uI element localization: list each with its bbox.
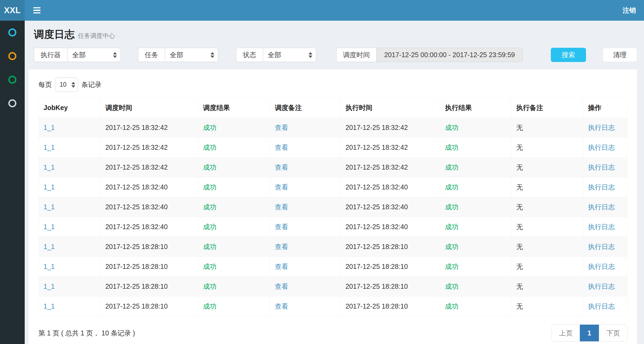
table-row: 1_1 2017-12-25 18:28:10 成功 查看 2017-12-25… bbox=[39, 257, 627, 277]
trigger-result-cell: 成功 bbox=[203, 203, 216, 211]
handle-result-cell: 成功 bbox=[445, 183, 458, 191]
execute-log-link[interactable]: 执行日志 bbox=[588, 124, 615, 131]
jobkey-link[interactable]: 1_1 bbox=[44, 144, 55, 151]
sidebar-item-2[interactable] bbox=[0, 44, 25, 68]
handle-msg-cell: 无 bbox=[516, 263, 523, 270]
handle-time-cell: 2017-12-25 18:28:10 bbox=[345, 302, 408, 310]
handle-result-cell: 成功 bbox=[445, 144, 458, 151]
page-size-control: 每页 10 条记录 bbox=[38, 78, 627, 92]
jobkey-link[interactable]: 1_1 bbox=[44, 223, 55, 230]
log-table: JobKey 调度时间 调度结果 调度备注 执行时间 执行结果 执行备注 操作 … bbox=[38, 98, 627, 316]
sidebar-item-3[interactable] bbox=[0, 68, 25, 92]
pagination-bar: 第 1 页 ( 总共 1 页， 10 条记录 ) 上页 1 下页 bbox=[38, 324, 627, 342]
circle-icon bbox=[8, 52, 16, 60]
status-select-value: 全部 bbox=[268, 50, 281, 59]
trigger-msg-link[interactable]: 查看 bbox=[275, 144, 288, 151]
trigger-time-range-input[interactable]: 2017-12-25 00:00:00 - 2017-12-25 23:59:5… bbox=[376, 48, 523, 62]
trigger-msg-link[interactable]: 查看 bbox=[275, 163, 288, 171]
trigger-msg-link[interactable]: 查看 bbox=[275, 283, 288, 290]
app-logo: XXL bbox=[0, 0, 25, 21]
job-select[interactable]: 全部 bbox=[165, 48, 218, 62]
trigger-msg-link[interactable]: 查看 bbox=[275, 203, 288, 211]
handle-result-cell: 成功 bbox=[445, 203, 458, 211]
next-page-button[interactable]: 下页 bbox=[599, 325, 627, 341]
jobkey-link[interactable]: 1_1 bbox=[44, 183, 55, 191]
table-row: 1_1 2017-12-25 18:28:10 成功 查看 2017-12-25… bbox=[39, 297, 627, 316]
trigger-time-cell: 2017-12-25 18:32:40 bbox=[105, 203, 168, 211]
handle-result-cell: 成功 bbox=[445, 302, 458, 310]
executor-filter-group: 执行器 全部 bbox=[34, 48, 121, 62]
handle-msg-cell: 无 bbox=[516, 203, 523, 211]
trigger-msg-link[interactable]: 查看 bbox=[275, 243, 288, 250]
handle-result-cell: 成功 bbox=[445, 163, 458, 171]
header-handle-time: 执行时间 bbox=[341, 98, 440, 118]
jobkey-link[interactable]: 1_1 bbox=[44, 124, 55, 131]
status-filter-group: 状态 全部 bbox=[236, 48, 316, 62]
select-spinner-icon bbox=[109, 52, 117, 58]
execute-log-link[interactable]: 执行日志 bbox=[588, 263, 615, 270]
select-spinner-icon bbox=[305, 52, 312, 58]
trigger-msg-link[interactable]: 查看 bbox=[275, 183, 288, 191]
trigger-time-filter-group: 调度时间 2017-12-25 00:00:00 - 2017-12-25 23… bbox=[336, 48, 523, 62]
trigger-msg-link[interactable]: 查看 bbox=[275, 263, 288, 270]
handle-result-cell: 成功 bbox=[445, 124, 458, 131]
execute-log-link[interactable]: 执行日志 bbox=[588, 302, 615, 310]
sidebar-toggle-button[interactable] bbox=[32, 6, 42, 15]
table-row: 1_1 2017-12-25 18:32:40 成功 查看 2017-12-25… bbox=[39, 217, 627, 237]
table-row: 1_1 2017-12-25 18:32:40 成功 查看 2017-12-25… bbox=[39, 177, 627, 197]
header-action: 操作 bbox=[583, 98, 627, 118]
sidebar-item-1[interactable] bbox=[0, 21, 25, 44]
trigger-time-cell: 2017-12-25 18:28:10 bbox=[105, 243, 168, 250]
executor-filter-label: 执行器 bbox=[34, 48, 67, 62]
execute-log-link[interactable]: 执行日志 bbox=[588, 144, 615, 151]
handle-msg-cell: 无 bbox=[516, 163, 523, 171]
prev-page-button[interactable]: 上页 bbox=[552, 325, 580, 341]
select-spinner-icon bbox=[207, 52, 214, 58]
page-header: 调度日志 任务调度中心 bbox=[29, 21, 637, 41]
trigger-result-cell: 成功 bbox=[203, 223, 216, 230]
execute-log-link[interactable]: 执行日志 bbox=[588, 283, 615, 290]
sidebar-item-4[interactable] bbox=[0, 92, 25, 115]
page-size-select[interactable]: 10 bbox=[55, 78, 78, 92]
handle-msg-cell: 无 bbox=[516, 302, 523, 310]
trigger-result-cell: 成功 bbox=[203, 243, 216, 250]
handle-result-cell: 成功 bbox=[445, 223, 458, 230]
top-navbar: XXL 注销 bbox=[0, 0, 644, 21]
circle-icon bbox=[8, 28, 16, 36]
sidebar bbox=[0, 21, 25, 344]
jobkey-link[interactable]: 1_1 bbox=[44, 283, 55, 290]
main-content: 调度日志 任务调度中心 执行器 全部 任务 全部 状态 全部 bbox=[25, 21, 644, 344]
execute-log-link[interactable]: 执行日志 bbox=[588, 203, 615, 211]
jobkey-link[interactable]: 1_1 bbox=[44, 163, 55, 171]
trigger-msg-link[interactable]: 查看 bbox=[275, 223, 288, 230]
logout-link[interactable]: 注销 bbox=[623, 6, 636, 15]
jobkey-link[interactable]: 1_1 bbox=[44, 203, 55, 211]
clear-button[interactable]: 清理 bbox=[603, 48, 637, 62]
trigger-time-filter-label: 调度时间 bbox=[336, 48, 376, 62]
status-select[interactable]: 全部 bbox=[263, 48, 316, 62]
executor-select[interactable]: 全部 bbox=[67, 48, 121, 62]
search-button[interactable]: 搜索 bbox=[551, 48, 586, 62]
trigger-time-cell: 2017-12-25 18:32:40 bbox=[105, 223, 168, 230]
handle-time-cell: 2017-12-25 18:28:10 bbox=[345, 243, 408, 250]
page-info: 第 1 页 ( 总共 1 页， 10 条记录 ) bbox=[38, 329, 135, 338]
jobkey-link[interactable]: 1_1 bbox=[44, 302, 55, 310]
execute-log-link[interactable]: 执行日志 bbox=[588, 223, 615, 230]
current-page-button[interactable]: 1 bbox=[580, 325, 599, 341]
trigger-msg-link[interactable]: 查看 bbox=[275, 302, 288, 310]
execute-log-link[interactable]: 执行日志 bbox=[588, 163, 615, 171]
job-filter-label: 任务 bbox=[138, 48, 165, 62]
handle-msg-cell: 无 bbox=[516, 223, 523, 230]
trigger-time-cell: 2017-12-25 18:32:42 bbox=[105, 144, 168, 151]
trigger-result-cell: 成功 bbox=[203, 183, 216, 191]
handle-msg-cell: 无 bbox=[516, 124, 523, 131]
page-size-suffix: 条记录 bbox=[81, 80, 102, 89]
log-panel: 每页 10 条记录 JobKey 调度时间 调度结果 调度备注 执行时间 执行结… bbox=[29, 69, 637, 344]
jobkey-link[interactable]: 1_1 bbox=[44, 243, 55, 250]
execute-log-link[interactable]: 执行日志 bbox=[588, 243, 615, 250]
select-spinner-icon bbox=[68, 82, 75, 88]
execute-log-link[interactable]: 执行日志 bbox=[588, 183, 615, 191]
circle-icon bbox=[8, 99, 16, 107]
jobkey-link[interactable]: 1_1 bbox=[44, 263, 55, 270]
trigger-msg-link[interactable]: 查看 bbox=[275, 124, 288, 131]
